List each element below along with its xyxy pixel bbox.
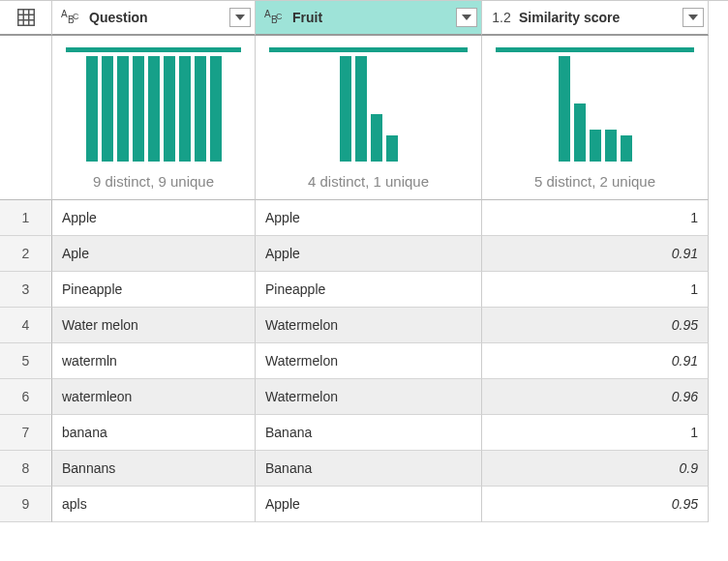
profile-stats: 5 distinct, 2 unique: [534, 173, 655, 190]
cell-score[interactable]: 0.9: [482, 451, 709, 487]
cell-question[interactable]: Water melon: [52, 308, 256, 343]
svg-text:A: A: [264, 9, 271, 19]
profile-row-blank: [0, 36, 52, 200]
distribution-bar: [340, 56, 351, 162]
cell-score[interactable]: 0.95: [482, 308, 709, 343]
svg-text:A: A: [61, 9, 68, 19]
cell-fruit[interactable]: Watermelon: [256, 379, 482, 415]
cell-score[interactable]: 1: [482, 200, 709, 236]
column-header-label: Similarity score: [519, 10, 677, 25]
svg-text:C: C: [73, 12, 79, 21]
distribution-bar: [590, 130, 601, 162]
cell-score[interactable]: 0.91: [482, 236, 709, 272]
cell-fruit[interactable]: Watermelon: [256, 343, 482, 379]
distribution-chart: [340, 56, 398, 169]
column-filter-button[interactable]: [682, 8, 704, 27]
chevron-down-icon: [462, 15, 471, 20]
quality-bar: [496, 47, 694, 52]
cell-question[interactable]: Aple: [52, 236, 256, 272]
svg-rect-0: [17, 10, 34, 26]
distribution-bar: [195, 56, 206, 162]
cell-score[interactable]: 1: [482, 272, 709, 308]
cell-fruit[interactable]: Apple: [256, 200, 482, 236]
column-filter-button[interactable]: [229, 8, 251, 27]
distribution-bar: [386, 135, 398, 162]
distribution-bar: [86, 56, 98, 162]
cell-fruit[interactable]: Watermelon: [256, 308, 482, 343]
distribution-bar: [621, 135, 632, 162]
cell-question[interactable]: watermln: [52, 343, 256, 379]
column-header-question[interactable]: ABC Question: [52, 1, 256, 36]
distribution-bar: [102, 56, 113, 162]
text-type-icon: ABC: [263, 9, 287, 26]
cell-fruit[interactable]: Banana: [256, 415, 482, 451]
column-profile-fruit[interactable]: 4 distinct, 1 unique: [256, 36, 482, 200]
cell-fruit[interactable]: Pineapple: [256, 272, 482, 308]
cell-question[interactable]: Pineapple: [52, 272, 256, 308]
cell-question[interactable]: banana: [52, 415, 256, 451]
distribution-bar: [371, 114, 382, 162]
data-grid: ABC Question ABC Fruit 1.2 Similarity sc…: [0, 0, 728, 522]
row-number[interactable]: 4: [0, 308, 52, 343]
profile-stats: 9 distinct, 9 unique: [93, 173, 214, 190]
cell-score[interactable]: 0.96: [482, 379, 709, 415]
row-number[interactable]: 1: [0, 200, 52, 236]
distribution-chart: [559, 56, 632, 169]
column-header-similarity[interactable]: 1.2 Similarity score: [482, 1, 709, 36]
quality-bar: [269, 47, 468, 52]
cell-score[interactable]: 0.91: [482, 343, 709, 379]
distribution-bar: [605, 130, 617, 162]
quality-bar: [66, 47, 241, 52]
distribution-bar: [133, 56, 144, 162]
cell-question[interactable]: watermleon: [52, 379, 256, 415]
cell-score[interactable]: 1: [482, 415, 709, 451]
row-number[interactable]: 7: [0, 415, 52, 451]
column-header-label: Fruit: [292, 10, 450, 25]
column-header-fruit[interactable]: ABC Fruit: [256, 1, 482, 36]
cell-fruit[interactable]: Apple: [256, 236, 482, 272]
distribution-bar: [117, 56, 129, 162]
distribution-bar: [179, 56, 191, 162]
distribution-bar: [355, 56, 367, 162]
column-profile-question[interactable]: 9 distinct, 9 unique: [52, 36, 256, 200]
cell-score[interactable]: 0.95: [482, 487, 709, 522]
row-number[interactable]: 8: [0, 451, 52, 487]
chevron-down-icon: [688, 15, 698, 20]
distribution-bar: [148, 56, 160, 162]
cell-question[interactable]: apls: [52, 487, 256, 522]
distribution-chart: [86, 56, 222, 169]
profile-stats: 4 distinct, 1 unique: [308, 173, 429, 190]
cell-question[interactable]: Apple: [52, 200, 256, 236]
row-number[interactable]: 2: [0, 236, 52, 272]
table-corner[interactable]: [0, 1, 52, 36]
distribution-bar: [164, 56, 175, 162]
distribution-bar: [559, 56, 570, 162]
column-header-label: Question: [89, 10, 224, 25]
cell-question[interactable]: Bannans: [52, 451, 256, 487]
cell-fruit[interactable]: Banana: [256, 451, 482, 487]
text-type-icon: ABC: [60, 9, 83, 26]
column-profile-similarity[interactable]: 5 distinct, 2 unique: [482, 36, 709, 200]
row-number[interactable]: 9: [0, 487, 52, 522]
table-icon: [15, 7, 37, 28]
column-filter-button[interactable]: [456, 8, 477, 27]
row-number[interactable]: 5: [0, 343, 52, 379]
distribution-bar: [574, 103, 586, 162]
decimal-type-icon: 1.2: [490, 10, 513, 25]
cell-fruit[interactable]: Apple: [256, 487, 482, 522]
distribution-bar: [210, 56, 222, 162]
row-number[interactable]: 6: [0, 379, 52, 415]
chevron-down-icon: [235, 15, 245, 20]
row-number[interactable]: 3: [0, 272, 52, 308]
svg-text:C: C: [276, 12, 283, 21]
